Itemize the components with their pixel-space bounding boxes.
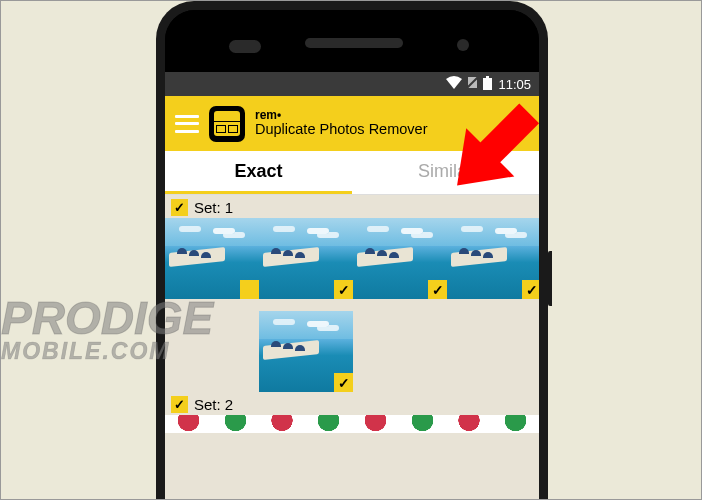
tab-similar[interactable]: Similar — [352, 151, 539, 194]
front-camera — [229, 40, 261, 53]
photo-thumbnail[interactable]: ✓ — [259, 311, 353, 392]
set-1-row-2: ✓ — [165, 311, 539, 392]
phone-top-bezel — [165, 10, 539, 72]
wifi-icon — [446, 76, 462, 92]
select-checkbox-checked[interactable]: ✓ — [522, 280, 539, 299]
status-time: 11:05 — [498, 77, 531, 92]
app-logo-icon — [209, 106, 245, 142]
select-checkbox-checked[interactable]: ✓ — [334, 373, 353, 392]
checkbox-icon[interactable]: ✓ — [171, 396, 188, 413]
checkbox-icon[interactable]: ✓ — [171, 199, 188, 216]
set-2-label: Set: 2 — [194, 396, 233, 413]
app-title: Duplicate Photos Remover — [255, 122, 427, 138]
set-1-label: Set: 1 — [194, 199, 233, 216]
status-bar: 11:05 — [165, 72, 539, 96]
set-2-header[interactable]: ✓ Set: 2 — [165, 392, 539, 415]
app-bar: rem• Duplicate Photos Remover — [165, 96, 539, 151]
phone-frame: 11:05 rem• Duplicate Photos Remover Exac… — [156, 1, 548, 500]
photo-thumbnail[interactable]: ✓ — [447, 218, 539, 299]
content-area[interactable]: ✓ Set: 1 ✓ ✓ ✓ — [165, 195, 539, 500]
select-checkbox-checked[interactable]: ✓ — [428, 280, 447, 299]
photo-thumbnail[interactable]: ✓ — [165, 218, 259, 299]
tab-bar: Exact Similar — [165, 151, 539, 195]
proximity-sensor — [457, 39, 469, 51]
app-titles: rem• Duplicate Photos Remover — [255, 109, 427, 138]
svg-rect-3 — [483, 78, 492, 90]
tab-exact[interactable]: Exact — [165, 151, 352, 194]
screen: 11:05 rem• Duplicate Photos Remover Exac… — [165, 72, 539, 500]
phone-side-button — [548, 251, 552, 306]
set-2-row-partial — [165, 415, 539, 433]
svg-rect-2 — [486, 76, 489, 78]
set-1-row-1: ✓ ✓ ✓ ✓ — [165, 218, 539, 299]
select-checkbox-empty[interactable]: ✓ — [240, 280, 259, 299]
phone-inner: 11:05 rem• Duplicate Photos Remover Exac… — [165, 10, 539, 500]
set-1-header[interactable]: ✓ Set: 1 — [165, 195, 539, 218]
battery-icon — [483, 76, 492, 93]
select-checkbox-checked[interactable]: ✓ — [334, 280, 353, 299]
no-sd-icon — [466, 76, 479, 92]
photo-thumbnail[interactable]: ✓ — [353, 218, 447, 299]
menu-icon[interactable] — [175, 115, 199, 133]
photo-thumbnail[interactable]: ✓ — [259, 218, 353, 299]
earpiece-speaker — [305, 38, 403, 48]
thumbnail-spacer — [165, 311, 259, 392]
